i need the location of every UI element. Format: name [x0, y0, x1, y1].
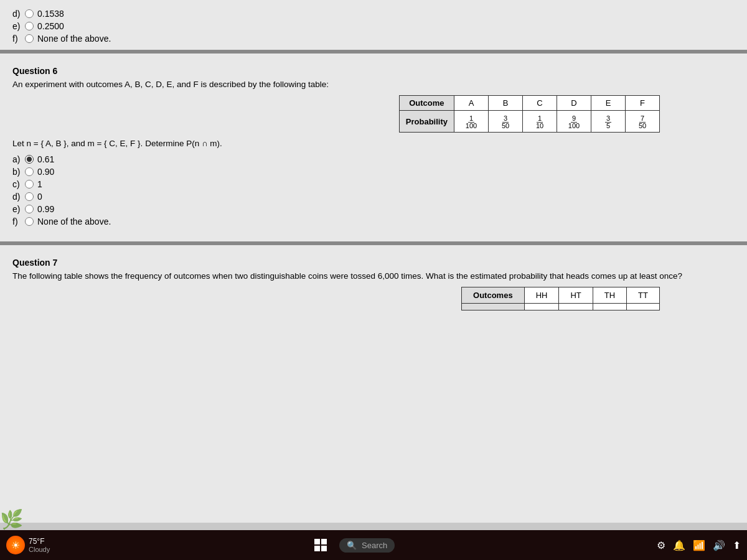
q6-option-f-value: None of the above.: [37, 217, 111, 226]
taskbar-search[interactable]: 🔍 Search: [339, 538, 395, 553]
divider-q7: [0, 241, 747, 245]
q6-answer-f: f) None of the above.: [12, 217, 735, 226]
option-d-value: 0.1538: [37, 9, 64, 19]
freq-hh: [524, 304, 559, 310]
question6-block: Question 6 An experiment with outcomes A…: [12, 60, 735, 235]
freq-ht: [559, 304, 593, 310]
prob-d: 9100: [557, 111, 591, 133]
q6-answer-b: b) 0.90: [12, 167, 735, 177]
q6-option-e-value: 0.99: [37, 204, 54, 214]
fraction-e: 35: [605, 115, 611, 129]
weather-condition: Cloudy: [29, 546, 50, 553]
q6-answer-a: a) 0.61: [12, 154, 735, 164]
main-content: d) 0.1538 e) 0.2500 f) None of the above…: [0, 0, 747, 523]
fraction-c: 110: [535, 115, 545, 129]
prob-e: 35: [591, 111, 626, 133]
q6-option-c-value: 1: [37, 179, 42, 189]
q6-radio-b[interactable]: [25, 167, 34, 176]
fraction-d: 9100: [567, 115, 581, 129]
outcome-d: D: [557, 96, 591, 111]
taskbar-right: ⚙ 🔔 📶 🔊 ⬆: [657, 539, 741, 551]
taskbar: ☀ 75°F Cloudy 🔍 Search ⚙ 🔔 📶 🔊 ⬆: [0, 530, 747, 560]
fraction-a: 1100: [464, 115, 478, 129]
q6-option-e-label: e): [12, 204, 22, 214]
q6-option-d-value: 0: [37, 192, 42, 202]
q6-option-a-label: a): [12, 154, 22, 164]
q6-option-f-label: f): [12, 217, 22, 226]
q6-set-text: Let n = { A, B }, and m = { C, E, F }. D…: [12, 139, 735, 148]
q6-table-container: Outcome A B C D E F Probability 1100: [12, 95, 735, 133]
fraction-b: 350: [500, 115, 510, 129]
question7-text: The following table shows the frequency …: [12, 271, 735, 281]
question6-text: An experiment with outcomes A, B, C, D, …: [12, 80, 735, 89]
option-f-none: None of the above.: [37, 34, 111, 44]
prev-answer-e: e) 0.2500: [12, 21, 735, 31]
prob-f: 750: [626, 111, 660, 133]
q6-radio-a[interactable]: [25, 155, 34, 164]
outcomes-table: Outcomes HH HT TH TT: [461, 287, 660, 310]
plant-decoration: 🌿: [0, 508, 25, 530]
outcome-ht: HT: [559, 287, 593, 304]
weather-temp: 75°F: [29, 537, 50, 546]
q6-answers: a) 0.61 b) 0.90 c) 1: [12, 154, 735, 226]
windows-start-button[interactable]: [312, 536, 329, 554]
prev-answer-d: d) 0.1538: [12, 9, 735, 19]
probability-header: Probability: [399, 111, 454, 133]
option-f-label: f): [12, 34, 22, 44]
q6-radio-e[interactable]: [25, 205, 34, 213]
outcome-e: E: [591, 96, 626, 111]
q6-option-a-value: 0.61: [37, 154, 54, 164]
probability-table: Outcome A B C D E F Probability 1100: [399, 95, 660, 133]
radio-e[interactable]: [25, 22, 34, 30]
question6-title: Question 6: [12, 66, 735, 76]
taskbar-center: 🔍 Search: [56, 536, 651, 554]
taskbar-icon-1[interactable]: ⚙: [657, 539, 665, 551]
question7-title: Question 7: [12, 258, 735, 268]
radio-f[interactable]: [25, 34, 34, 43]
taskbar-weather: ☀ 75°F Cloudy: [6, 536, 50, 554]
search-placeholder: Search: [362, 541, 387, 550]
prob-a: 1100: [454, 111, 489, 133]
weather-info: 75°F Cloudy: [29, 537, 50, 553]
q6-answer-e: e) 0.99: [12, 204, 735, 214]
outcome-tt: TT: [627, 287, 660, 304]
q6-answer-d: d) 0: [12, 192, 735, 202]
divider-q6: [0, 50, 747, 54]
option-d-label: d): [12, 9, 22, 19]
fraction-f: 750: [637, 115, 647, 129]
radio-d[interactable]: [25, 9, 34, 18]
q6-option-c-label: c): [12, 179, 22, 189]
outcome-c: C: [523, 96, 557, 111]
q6-option-b-label: b): [12, 167, 22, 177]
taskbar-icon-5[interactable]: ⬆: [733, 539, 741, 551]
q6-radio-f[interactable]: [25, 217, 34, 226]
search-icon: 🔍: [347, 541, 357, 550]
q6-radio-c[interactable]: [25, 180, 34, 189]
freq-th: [593, 304, 626, 310]
taskbar-icon-3[interactable]: 📶: [693, 539, 705, 551]
outcome-th: TH: [593, 287, 626, 304]
taskbar-icon-2[interactable]: 🔔: [673, 539, 685, 551]
prob-b: 350: [489, 111, 523, 133]
q6-option-b-value: 0.90: [37, 167, 54, 177]
outcome-b: B: [489, 96, 523, 111]
outcomes-header: Outcomes: [462, 287, 525, 304]
freq-tt: [627, 304, 660, 310]
outcome-a: A: [454, 96, 489, 111]
outcome-header: Outcome: [399, 96, 454, 111]
option-e-label: e): [12, 21, 22, 31]
outcome-f: F: [626, 96, 660, 111]
prob-c: 110: [523, 111, 557, 133]
q6-answer-c: c) 1: [12, 179, 735, 189]
question7-block: Question 7 The following table shows the…: [12, 251, 735, 317]
prev-answer-f: f) None of the above.: [12, 34, 735, 44]
q7-table-container: Outcomes HH HT TH TT: [12, 287, 735, 310]
q6-radio-d[interactable]: [25, 192, 34, 201]
option-e-value: 0.2500: [37, 21, 64, 31]
frequency-label: [462, 304, 525, 310]
outcome-hh: HH: [524, 287, 559, 304]
q6-option-d-label: d): [12, 192, 22, 202]
windows-logo: [314, 539, 327, 551]
weather-icon: ☀: [6, 536, 25, 554]
taskbar-icon-4[interactable]: 🔊: [713, 539, 725, 551]
